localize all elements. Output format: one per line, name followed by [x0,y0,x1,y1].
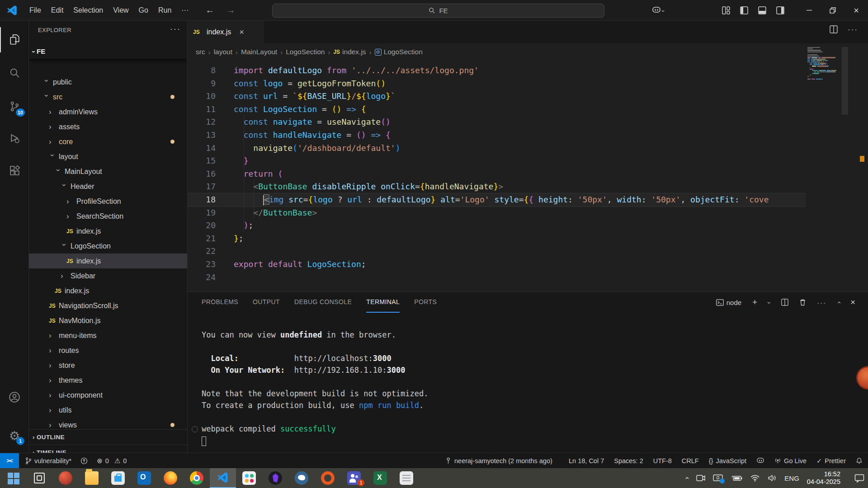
encoding-item[interactable]: UTF-8 [653,453,672,468]
tab-index-js[interactable]: JS index.js × [188,21,264,43]
panel-tab-ports[interactable]: PORTS [414,292,437,313]
tree-item-index-js[interactable]: JSindex.js [29,283,187,298]
remote-indicator[interactable]: >< [0,453,19,468]
orange-ring-taskbar-icon[interactable] [315,468,341,488]
outlook-taskbar-icon[interactable] [131,468,157,488]
tree-item-header[interactable]: ›Header [29,179,187,194]
breadcrumb-item-src[interactable]: src [196,48,205,56]
tree-item-navmotion-js[interactable]: JSNavMotion.js [29,313,187,328]
wifi-tray-icon[interactable] [750,474,760,482]
timeline-section-header[interactable]: › TIMELINE [29,445,187,453]
code-line-17[interactable]: 17 <ButtonBase disableRipple onClick={ha… [188,180,806,193]
forward-arrow-icon[interactable]: → [226,5,235,15]
postgres-taskbar-icon[interactable] [288,468,315,488]
panel-tab-terminal[interactable]: TERMINAL [366,292,400,313]
tree-item-layout[interactable]: ›layout [29,149,187,164]
code-line-22[interactable]: 22 [188,245,806,258]
tree-item-index-js[interactable]: JSindex.js [29,253,187,268]
tree-item-menu-items[interactable]: ›menu-items [29,328,187,343]
git-branch-item[interactable]: vulnerability* [25,453,71,468]
toggle-panel-icon[interactable] [755,4,770,17]
menu-run[interactable]: Run [153,4,176,17]
close-button[interactable]: × [844,0,868,21]
minimize-button[interactable]: ─ [797,0,821,21]
code-line-20[interactable]: 20 ); [188,219,806,232]
code-editor[interactable]: 8import defaultLogo from '../../../asset… [188,61,806,291]
prettier-item[interactable]: ✓ Prettier [816,453,846,468]
tree-item-public[interactable]: ›public [29,75,187,89]
tree-item-adminviews[interactable]: ›adminViews [29,104,187,119]
panel-tab-output[interactable]: OUTPUT [253,292,280,313]
minimap[interactable] [806,47,840,291]
close-panel-icon[interactable]: × [850,297,855,307]
code-line-13[interactable]: 13 const handleNavigate = () => { [188,129,806,142]
extensions-activity-icon[interactable] [0,158,29,183]
breadcrumb-item-logosection[interactable]: @LogoSection [375,48,423,56]
kill-terminal-icon[interactable] [799,299,806,306]
code-line-21[interactable]: 21}; [188,232,806,245]
code-line-16[interactable]: 16 return ( [188,168,806,181]
task-view-button[interactable] [26,468,52,488]
tree-item-assets[interactable]: ›assets [29,119,187,134]
notifications-bell-icon[interactable] [856,453,863,468]
code-line-23[interactable]: 23export default LogoSection; [188,258,806,271]
language-indicator[interactable]: ENG [784,474,799,482]
panel-more-actions-icon[interactable]: ··· [817,299,826,306]
code-line-9[interactable]: 9const logo = getLogoFromToken() [188,77,806,90]
tab-close-icon[interactable]: × [239,28,244,37]
new-terminal-icon[interactable]: + [752,297,757,307]
workspace-root-header[interactable]: › FE [29,43,187,59]
terminal-output[interactable]: You can now view undefined in the browse… [202,329,835,446]
indentation-item[interactable]: Spaces: 2 [614,453,643,468]
tree-item-searchsection[interactable]: ›SearchSection [29,209,187,224]
camera-tray-icon[interactable] [695,474,705,482]
firefox-taskbar-icon[interactable] [157,468,184,488]
terminal-dropdown-icon[interactable]: › [766,302,773,304]
go-live-item[interactable]: Go Live [774,453,807,468]
tree-item-mainlayout[interactable]: ›MainLayout [29,164,187,179]
run-debug-activity-icon[interactable] [0,126,29,151]
breadcrumb-item-layout[interactable]: layout [214,48,232,56]
explorer-activity-icon[interactable] [0,27,29,52]
folder-taskbar-icon[interactable] [79,468,105,488]
tree-item-core[interactable]: ›core [29,134,187,149]
code-line-24[interactable]: 24 [188,271,806,284]
display-sync-tray-icon[interactable] [713,474,723,482]
settings-gear-icon[interactable]: ⚙ 1 [0,423,29,449]
panel-tab-debug-console[interactable]: DEBUG CONSOLE [294,292,352,313]
breadcrumb[interactable]: src›layout›MainLayout›LogoSection›JSinde… [188,43,805,61]
code-line-15[interactable]: 15 } [188,155,806,168]
excel-taskbar-icon[interactable] [367,468,393,488]
red-ball-taskbar-icon[interactable] [52,468,79,488]
breadcrumb-item-mainlayout[interactable]: MainLayout [241,48,277,56]
search-activity-icon[interactable] [0,60,29,85]
editor-more-actions-icon[interactable]: ··· [848,25,858,34]
tree-item-navigationscroll-js[interactable]: JSNavigationScroll.js [29,298,187,313]
tree-item-store[interactable]: ›store [29,358,187,373]
menu-go[interactable]: Go [134,4,153,17]
slack-taskbar-icon[interactable] [236,468,262,488]
outline-section-header[interactable]: › OUTLINE [29,429,187,445]
tree-item-ui-component[interactable]: ›ui-component [29,388,187,403]
menu-[interactable]: ··· [176,4,193,17]
menu-edit[interactable]: Edit [46,4,69,17]
tree-item-themes[interactable]: ›themes [29,373,187,388]
menu-file[interactable]: File [24,4,46,17]
code-line-12[interactable]: 12 const navigate = useNavigate() [188,116,806,129]
menu-view[interactable]: View [108,4,133,17]
battery-tray-icon[interactable] [731,475,742,481]
language-mode-item[interactable]: {} JavaScript [709,453,746,468]
notepad-taskbar-icon[interactable] [393,468,420,488]
breadcrumb-item-logosection[interactable]: LogoSection [286,48,325,56]
store-taskbar-icon[interactable] [105,468,131,488]
code-line-18[interactable]: 18 <img src={logo ? url : defaultLogo} a… [188,193,806,206]
editor-scrollbar[interactable] [842,47,848,115]
vscode-taskbar-icon[interactable] [210,468,236,488]
action-center-icon[interactable] [854,474,864,483]
toggle-sidebar-icon[interactable] [736,4,752,17]
clock[interactable]: 16:52 04-04-2025 [807,470,840,486]
teams-taskbar-icon[interactable]: 1 [341,468,367,488]
source-control-activity-icon[interactable]: 10 [0,94,29,119]
split-terminal-icon[interactable] [781,299,788,306]
problems-item[interactable]: ⊗ 0 ⚠ 0 [97,453,127,468]
